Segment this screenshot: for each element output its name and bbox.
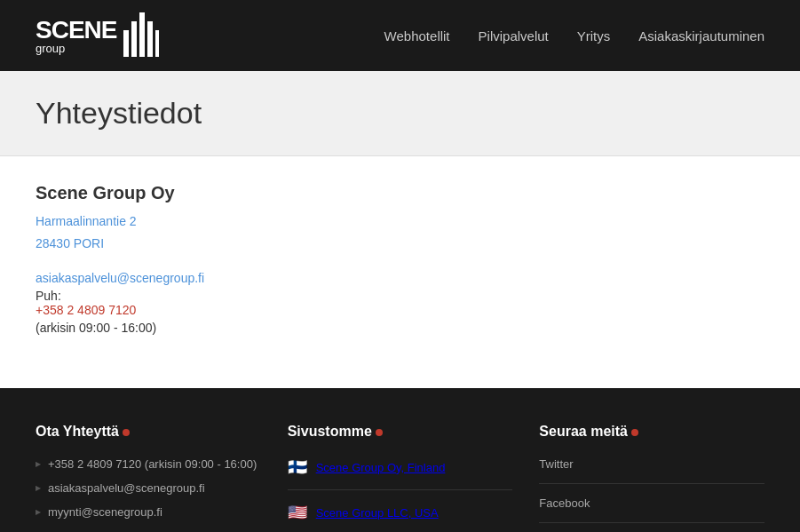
footer-col-contact: Ota Yhteyttä +358 2 4809 7120 (arkisin 0… [36,424,288,532]
email-link[interactable]: asiakaspalvelu@scenegroup.fi [36,271,764,285]
footer-social-heading: Seuraa meitä [539,424,638,440]
address: Harmaalinnantie 2 28430 PORI [36,210,764,255]
main-content: Scene Group Oy Harmaalinnantie 2 28430 P… [0,156,800,370]
footer-email[interactable]: asiakaspalvelu@scenegroup.fi [36,481,261,495]
svg-rect-4 [155,30,159,57]
footer-site-finland[interactable]: 🇫🇮 Scene Group Oy, Finland [288,457,513,490]
nav-asiakaskirjautuminen[interactable]: Asiakaskirjautuminen [638,28,764,44]
twitter-link[interactable]: Twitter [539,457,764,484]
phone-link[interactable]: +358 2 4809 7120 [36,303,764,317]
flag-finland-icon: 🇫🇮 [288,457,307,477]
svg-rect-2 [139,12,145,57]
footer: Ota Yhteyttä +358 2 4809 7120 (arkisin 0… [0,388,800,532]
footer-sites-heading: Sivustomme [288,424,383,440]
logo-icon [123,12,159,60]
nav-webhotellit[interactable]: Webhotellit [384,28,450,44]
footer-col-sites: Sivustomme 🇫🇮 Scene Group Oy, Finland 🇺🇸… [288,424,540,532]
flag-usa-icon: 🇺🇸 [288,503,307,522]
svg-rect-1 [131,21,137,57]
footer-phone[interactable]: +358 2 4809 7120 (arkisin 09:00 - 16:00) [36,457,261,471]
footer-site-usa[interactable]: 🇺🇸 Scene Group LLC, USA [288,503,513,532]
phone-line: Puh: +358 2 4809 7120 (arkisin 09:00 - 1… [36,289,764,335]
contact-info: asiakaspalvelu@scenegroup.fi Puh: +358 2… [36,271,764,335]
nav-yritys[interactable]: Yritys [577,28,611,44]
company-name: Scene Group Oy [36,183,764,203]
footer-myynti[interactable]: myynti@scenegroup.fi [36,505,261,519]
svg-rect-3 [147,21,153,57]
site-finland-link[interactable]: Scene Group Oy, Finland [316,461,446,474]
facebook-link[interactable]: Facebook [539,496,764,523]
main-nav: Webhotellit Pilvipalvelut Yritys Asiakas… [384,28,764,44]
page-title: Yhteystiedot [36,96,764,131]
page-title-section: Yhteystiedot [0,71,800,156]
footer-col-social: Seuraa meitä Twitter Facebook Blogi [539,424,764,532]
logo[interactable]: SCENE group [36,12,159,60]
footer-contact-heading: Ota Yhteyttä [36,424,130,440]
address-line2: 28430 PORI [36,233,764,255]
address-line1: Harmaalinnantie 2 [36,210,764,233]
svg-rect-0 [123,30,129,57]
site-usa-link[interactable]: Scene Group LLC, USA [316,506,439,520]
nav-pilvipalvelut[interactable]: Pilvipalvelut [479,28,549,44]
logo-text: SCENE group [36,18,116,54]
